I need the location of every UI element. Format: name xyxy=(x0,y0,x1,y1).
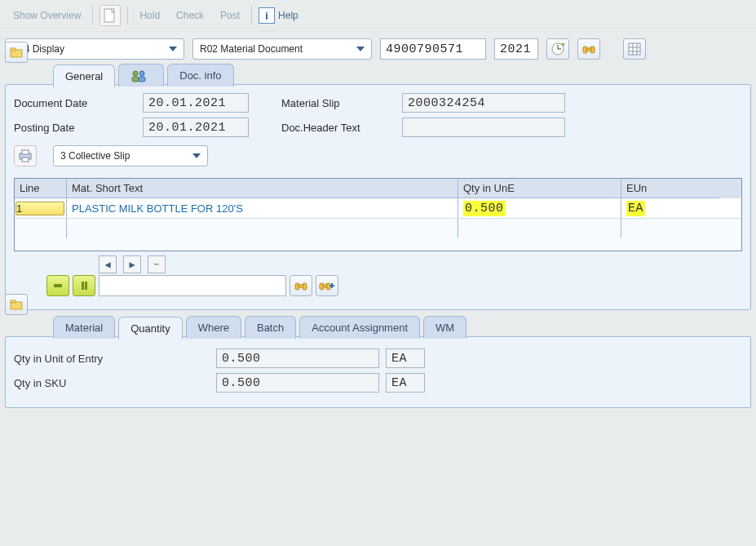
material-slip-label: Material Slip xyxy=(281,97,396,109)
col-header-qty[interactable]: Qty in UnE xyxy=(458,179,621,198)
svg-rect-23 xyxy=(82,282,84,290)
tab-general-label: General xyxy=(65,70,103,82)
items-table-header: Line Mat. Short Text Qty in UnE EUn xyxy=(15,179,741,198)
svg-rect-8 xyxy=(629,43,640,55)
svg-rect-24 xyxy=(85,282,87,290)
tab-wm[interactable]: WM xyxy=(423,316,466,339)
svg-point-15 xyxy=(133,71,138,76)
collapse-detail-button[interactable] xyxy=(5,294,28,315)
tab-general[interactable]: General xyxy=(53,64,115,87)
document-date-field[interactable]: 20.01.2021 xyxy=(143,93,249,113)
header-fields: Document Date 20.01.2021 Posting Date 20… xyxy=(14,93,742,166)
delete-row-button[interactable] xyxy=(73,275,95,296)
action-dropdown[interactable]: A04 Display xyxy=(5,38,184,60)
items-toolbar xyxy=(43,275,742,300)
tab-quantity[interactable]: Quantity xyxy=(118,317,182,340)
table-row[interactable]: 1 PLASTIC MILK BOTTLE FOR 120'S 0.500 EA xyxy=(15,198,741,218)
insert-icon xyxy=(52,280,64,291)
help-action[interactable]: i Help xyxy=(259,7,298,24)
qty-sku-unit-field[interactable]: EA xyxy=(386,373,425,393)
check-action[interactable]: Check xyxy=(171,7,209,24)
execute-button[interactable] xyxy=(546,38,569,60)
year-input[interactable]: 2021 xyxy=(494,38,538,60)
cell-qty: 0.500 xyxy=(458,198,621,218)
row-selector[interactable]: 1 xyxy=(15,202,64,215)
tab-acct-assign-label: Account Assignment xyxy=(312,322,408,334)
tab-material-label: Material xyxy=(65,322,103,334)
hold-action[interactable]: Hold xyxy=(135,7,165,24)
qty-value: 0.500 xyxy=(463,201,506,216)
doc-number-input[interactable]: 4900790571 xyxy=(380,38,486,60)
posting-date-label: Posting Date xyxy=(14,122,136,134)
tab-acct-assign[interactable]: Account Assignment xyxy=(299,316,420,339)
tab-batch[interactable]: Batch xyxy=(245,316,296,339)
chevron-down-icon xyxy=(356,47,365,51)
toolbar-separator xyxy=(92,7,93,24)
posting-date-field[interactable]: 20.01.2021 xyxy=(143,118,249,137)
chevron-down-icon xyxy=(169,47,177,51)
find-button[interactable] xyxy=(577,38,600,60)
help-label: Help xyxy=(278,10,298,21)
print-button[interactable] xyxy=(14,145,37,166)
tab-doc-info-label: Doc. info xyxy=(179,69,221,82)
collapse-header-button[interactable] xyxy=(5,42,28,63)
toolbar-separator xyxy=(251,7,252,24)
svg-rect-34 xyxy=(11,300,15,303)
eun-value: EA xyxy=(626,201,645,216)
page-icon xyxy=(104,8,117,23)
tab-doc-info[interactable]: Doc. info xyxy=(167,64,233,87)
layout-button[interactable] xyxy=(623,38,646,60)
printer-icon xyxy=(18,149,33,162)
table-search-input[interactable] xyxy=(99,275,286,296)
partners-icon xyxy=(130,69,147,82)
svg-rect-14 xyxy=(11,48,15,51)
svg-rect-7 xyxy=(586,48,591,51)
header-tabs: General Doc. info xyxy=(53,64,234,87)
document-date-label: Document Date xyxy=(14,97,136,109)
tab-where-label: Where xyxy=(198,322,229,334)
scroll-left-button[interactable]: ◀ xyxy=(99,255,117,273)
qty-uoe-field[interactable]: 0.500 xyxy=(216,348,379,368)
table-find-next-button[interactable] xyxy=(316,275,338,296)
delete-icon xyxy=(78,280,90,291)
doc-header-text-field[interactable] xyxy=(402,118,565,137)
doc-header-text-label: Doc.Header Text xyxy=(281,122,396,134)
col-header-eun[interactable]: EUn xyxy=(621,179,719,198)
qty-uoe-label: Qty in Unit of Entry xyxy=(14,353,210,365)
new-document-button[interactable] xyxy=(99,5,121,26)
col-header-line[interactable]: Line xyxy=(15,179,67,198)
insert-row-button[interactable] xyxy=(46,275,69,296)
cell-material: PLASTIC MILK BOTTLE FOR 120'S xyxy=(67,198,458,218)
clock-icon xyxy=(550,42,565,56)
grid-icon xyxy=(627,42,642,56)
scroll-right-button[interactable]: ▶ xyxy=(123,255,141,273)
show-overview-action[interactable]: Show Overview xyxy=(8,7,86,24)
binoculars-icon xyxy=(294,278,308,293)
header-group: General Doc. info Document Date 20.01.2 xyxy=(5,84,751,310)
chevron-down-icon xyxy=(192,153,201,158)
refdoc-dropdown-value: R02 Material Document xyxy=(200,43,303,55)
cell-line: 1 xyxy=(15,198,67,218)
scroll-settings-button[interactable]: ⋯ xyxy=(148,255,166,273)
folder-icon xyxy=(10,299,23,310)
qty-uoe-unit-field[interactable]: EA xyxy=(386,348,425,368)
tab-material[interactable]: Material xyxy=(53,316,115,339)
tab-wm-label: WM xyxy=(435,322,454,334)
detail-group: Material Quantity Where Batch Account As… xyxy=(5,336,751,408)
table-find-button[interactable] xyxy=(290,275,312,296)
tab-partners[interactable] xyxy=(118,64,164,87)
post-action[interactable]: Post xyxy=(215,7,245,24)
svg-point-16 xyxy=(139,71,144,76)
folder-icon xyxy=(10,47,23,58)
refdoc-dropdown[interactable]: R02 Material Document xyxy=(192,38,372,60)
svg-rect-30 xyxy=(323,285,327,287)
material-link[interactable]: PLASTIC MILK BOTTLE FOR 120'S xyxy=(72,202,243,215)
print-option-dropdown[interactable]: 3 Collective Slip xyxy=(53,145,208,166)
table-blank-area xyxy=(15,218,741,251)
qty-sku-label: Qty in SKU xyxy=(14,377,210,389)
items-table: Line Mat. Short Text Qty in UnE EUn 1 PL… xyxy=(14,178,742,251)
tab-where[interactable]: Where xyxy=(186,316,241,339)
material-slip-field[interactable]: 2000324254 xyxy=(402,93,565,113)
col-header-material[interactable]: Mat. Short Text xyxy=(67,179,458,198)
qty-sku-field[interactable]: 0.500 xyxy=(216,373,379,393)
